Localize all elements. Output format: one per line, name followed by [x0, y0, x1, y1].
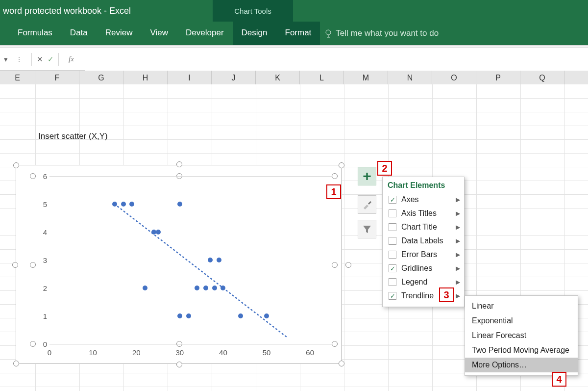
- tab-design[interactable]: Design: [233, 23, 276, 44]
- chevron-right-icon[interactable]: ▶: [456, 196, 460, 203]
- col-Q[interactable]: Q: [520, 71, 564, 85]
- trendline-option-exponential[interactable]: Exponential: [465, 313, 578, 328]
- trendline-option-two-period-ma[interactable]: Two Period Moving Average: [465, 343, 578, 358]
- tell-me-search[interactable]: Tell me what you want to do: [320, 28, 439, 38]
- col-N[interactable]: N: [388, 71, 432, 85]
- checkbox-icon[interactable]: ✓: [389, 264, 396, 272]
- doc-title: word protected workbook - Excel: [3, 6, 131, 16]
- formula-input[interactable]: [85, 48, 588, 71]
- chart-element-axis-titles[interactable]: Axis Titles ▶: [383, 207, 464, 220]
- chart-object[interactable]: 01234560102030405060: [16, 165, 342, 364]
- drag-dots-icon: [16, 57, 23, 62]
- chevron-right-icon[interactable]: ▶: [456, 224, 460, 231]
- chart-styles-button[interactable]: [358, 195, 376, 214]
- chart-filters-button[interactable]: [358, 220, 376, 238]
- chevron-right-icon[interactable]: ▶: [456, 210, 460, 217]
- x-tick-label: 10: [89, 348, 97, 357]
- resize-handle[interactable]: [176, 161, 182, 167]
- paintbrush-icon: [362, 200, 372, 209]
- resize-handle[interactable]: [13, 361, 19, 366]
- tab-review[interactable]: Review: [97, 23, 142, 44]
- resize-handle[interactable]: [339, 361, 344, 366]
- callout-1: 1: [326, 184, 341, 199]
- tab-formulas[interactable]: Formulas: [9, 23, 61, 44]
- tab-data[interactable]: Data: [61, 23, 97, 44]
- chevron-right-icon[interactable]: ▶: [456, 237, 460, 244]
- chart-element-legend[interactable]: Legend ▶: [383, 275, 464, 289]
- chart-element-chart-title[interactable]: Chart Title ▶: [383, 220, 464, 234]
- chart-element-error-bars[interactable]: Error Bars ▶: [383, 248, 464, 261]
- col-M[interactable]: M: [344, 71, 388, 85]
- tab-format[interactable]: Format: [276, 23, 320, 44]
- chevron-right-icon[interactable]: ▶: [456, 292, 460, 299]
- x-tick-label: 40: [219, 348, 227, 357]
- checkbox-icon[interactable]: ✓: [389, 196, 396, 204]
- trendline-submenu: Linear Exponential Linear Forecast Two P…: [465, 295, 578, 376]
- col-G[interactable]: G: [79, 71, 123, 85]
- chart-elements-title: Chart Elements: [388, 181, 464, 190]
- column-headers: E F G H I J K L M N O P Q: [0, 71, 588, 85]
- chart-elements-button[interactable]: +: [358, 167, 376, 185]
- svg-point-0: [326, 30, 331, 35]
- col-I[interactable]: I: [168, 71, 212, 85]
- tab-developer[interactable]: Developer: [177, 23, 233, 44]
- trendline[interactable]: [33, 176, 336, 344]
- confirm-icon[interactable]: ✓: [46, 52, 55, 67]
- chevron-right-icon[interactable]: ▶: [456, 265, 460, 272]
- trendline-option-more-options[interactable]: More Options…: [465, 358, 578, 372]
- plot-area[interactable]: 01234560102030405060: [33, 176, 336, 344]
- x-tick-label: 0: [48, 348, 51, 357]
- funnel-icon: [362, 224, 372, 234]
- resize-handle[interactable]: [13, 162, 19, 168]
- chart-element-axes[interactable]: ✓ Axes ▶: [383, 193, 464, 207]
- fx-icon[interactable]: fx: [69, 55, 74, 63]
- resize-handle[interactable]: [345, 262, 351, 268]
- x-tick-label: 20: [132, 348, 141, 357]
- col-H[interactable]: H: [123, 71, 168, 85]
- cell-insert-scatter[interactable]: Insert scatter (X,Y): [38, 131, 108, 141]
- checkbox-icon[interactable]: [389, 223, 396, 231]
- x-tick-label: 30: [176, 348, 184, 357]
- chart-element-data-labels[interactable]: Data Labels ▶: [383, 234, 464, 248]
- chart-element-gridlines[interactable]: ✓ Gridlines ▶: [383, 261, 464, 275]
- chart-tools-contextual-label: Chart Tools: [213, 0, 293, 22]
- checkbox-icon[interactable]: ✓: [389, 292, 396, 300]
- formula-bar: ▾ ✕ ✓ fx: [0, 48, 588, 71]
- callout-4: 4: [552, 372, 566, 387]
- x-tick-label: 60: [306, 348, 314, 357]
- col-F[interactable]: F: [35, 71, 79, 85]
- checkbox-icon[interactable]: [389, 209, 396, 217]
- svg-line-3: [115, 204, 288, 339]
- cancel-icon[interactable]: ✕: [35, 52, 45, 67]
- resize-handle[interactable]: [339, 162, 344, 168]
- x-tick-label: 50: [263, 348, 271, 357]
- checkbox-icon[interactable]: [389, 251, 396, 259]
- col-O[interactable]: O: [432, 71, 476, 85]
- col-P[interactable]: P: [476, 71, 520, 85]
- col-K[interactable]: K: [256, 71, 300, 85]
- trendline-option-linear-forecast[interactable]: Linear Forecast: [465, 328, 578, 343]
- trendline-option-linear[interactable]: Linear: [465, 299, 578, 313]
- checkbox-icon[interactable]: [389, 237, 396, 245]
- col-E[interactable]: E: [0, 71, 35, 85]
- lightbulb-icon: [324, 28, 333, 38]
- resize-handle[interactable]: [12, 262, 18, 268]
- tab-view[interactable]: View: [142, 23, 177, 44]
- checkbox-icon[interactable]: [389, 278, 396, 286]
- chevron-right-icon[interactable]: ▶: [456, 279, 460, 286]
- col-J[interactable]: J: [212, 71, 256, 85]
- titlebar: word protected workbook - Excel: [0, 0, 588, 22]
- chevron-right-icon[interactable]: ▶: [456, 251, 460, 258]
- callout-2: 2: [377, 161, 392, 176]
- col-L[interactable]: L: [300, 71, 344, 85]
- ribbon-tabs: Formulas Data Review View Developer Desi…: [0, 22, 588, 45]
- plus-icon: +: [363, 169, 371, 183]
- callout-3: 3: [439, 287, 454, 302]
- namebox-dropdown[interactable]: ▾: [1, 52, 11, 67]
- resize-handle[interactable]: [176, 362, 182, 367]
